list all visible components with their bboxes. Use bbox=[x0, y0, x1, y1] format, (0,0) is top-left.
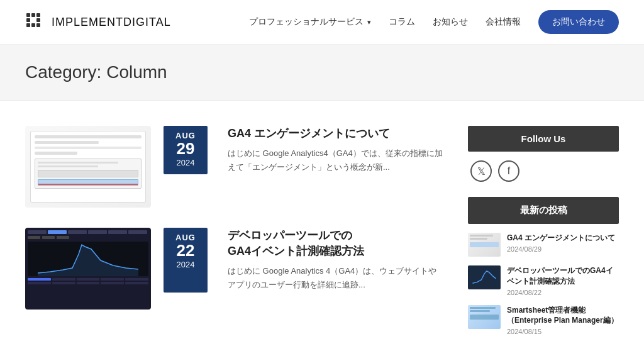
article-content-1: AUG 29 2024 GA4 エンゲージメントについて はじめに Google… bbox=[164, 126, 443, 174]
svg-rect-4 bbox=[36, 18, 40, 22]
svg-rect-7 bbox=[36, 23, 40, 27]
article-thumbnail-2 bbox=[25, 228, 151, 310]
main-nav: プロフェッショナルサービス コラム お知らせ 会社情報 お問い合わせ bbox=[249, 10, 619, 34]
article-date-badge-1: AUG 29 2024 bbox=[164, 126, 208, 174]
article-excerpt-2: はじめに Google Analytics 4（GA4）は、ウェブサイトやアプリ… bbox=[228, 264, 443, 292]
recent-thumb-2 bbox=[468, 265, 501, 289]
logo-text: IMPLEMENTDIGITAL bbox=[52, 16, 171, 29]
article-card: AUG 29 2024 GA4 エンゲージメントについて はじめに Google… bbox=[25, 126, 443, 208]
recent-post-title-2: デベロッパーツールでのGA4イベント計測確認方法 bbox=[507, 265, 619, 287]
svg-rect-5 bbox=[26, 23, 30, 27]
article-date-badge-2: AUG 22 2024 bbox=[164, 228, 208, 293]
logo-icon bbox=[25, 12, 45, 32]
article-title-2[interactable]: デベロッパーツールでの GA4イベント計測確認方法 bbox=[228, 228, 443, 259]
recent-post-date-2: 2024/08/22 bbox=[507, 289, 619, 296]
page-title-bar: Category: Column bbox=[0, 45, 644, 101]
logo[interactable]: IMPLEMENTDIGITAL bbox=[25, 12, 171, 32]
article-thumbnail-1 bbox=[25, 126, 151, 208]
sidebar: Follow Us 𝕏 f 最新の投稿 GA4 エンゲージメントについて 202… bbox=[468, 126, 619, 344]
twitter-icon[interactable]: 𝕏 bbox=[470, 160, 492, 182]
articles-section: AUG 29 2024 GA4 エンゲージメントについて はじめに Google… bbox=[25, 126, 443, 344]
article-card-2: AUG 22 2024 デベロッパーツールでの GA4イベント計測確認方法 はじ… bbox=[25, 228, 443, 310]
svg-marker-8 bbox=[38, 245, 138, 276]
nav-company[interactable]: 会社情報 bbox=[486, 16, 521, 28]
article-excerpt-1: はじめに Google Analytics4（GA4）では、従来の指標に加えて「… bbox=[228, 147, 443, 174]
contact-button[interactable]: お問い合わせ bbox=[538, 10, 619, 34]
nav-news[interactable]: お知らせ bbox=[433, 16, 468, 28]
recent-post-1[interactable]: GA4 エンゲージメントについて 2024/08/29 bbox=[468, 233, 619, 257]
svg-rect-1 bbox=[31, 13, 35, 17]
svg-rect-6 bbox=[31, 23, 35, 27]
article-content-2: AUG 22 2024 デベロッパーツールでの GA4イベント計測確認方法 はじ… bbox=[164, 228, 443, 293]
recent-post-title-1: GA4 エンゲージメントについて bbox=[507, 233, 619, 243]
main-content: AUG 29 2024 GA4 エンゲージメントについて はじめに Google… bbox=[0, 101, 644, 346]
page-title: Category: Column bbox=[25, 62, 619, 82]
facebook-icon[interactable]: f bbox=[498, 160, 519, 182]
article-text-1: GA4 エンゲージメントについて はじめに Google Analytics4（… bbox=[228, 126, 443, 174]
sidebar-recent-header: 最新の投稿 bbox=[468, 197, 619, 224]
recent-post-3[interactable]: Smartsheet管理者機能（Enterprise Plan Manager編… bbox=[468, 305, 619, 336]
article-text-2: デベロッパーツールでの GA4イベント計測確認方法 はじめに Google An… bbox=[228, 228, 443, 293]
recent-post-title-3: Smartsheet管理者機能（Enterprise Plan Manager編… bbox=[507, 305, 619, 326]
article-title-1[interactable]: GA4 エンゲージメントについて bbox=[228, 126, 443, 142]
recent-post-date-3: 2024/08/15 bbox=[507, 328, 619, 335]
recent-thumb-1 bbox=[468, 233, 501, 257]
recent-post-date-1: 2024/08/29 bbox=[507, 245, 619, 253]
recent-info-1: GA4 エンゲージメントについて 2024/08/29 bbox=[507, 233, 619, 253]
recent-thumb-3 bbox=[468, 305, 501, 329]
sidebar-social-icons: 𝕏 f bbox=[468, 160, 619, 182]
recent-info-3: Smartsheet管理者機能（Enterprise Plan Manager編… bbox=[507, 305, 619, 336]
svg-rect-0 bbox=[26, 13, 30, 17]
recent-post-2[interactable]: デベロッパーツールでのGA4イベント計測確認方法 2024/08/22 bbox=[468, 265, 619, 296]
sidebar-follow-header: Follow Us bbox=[468, 126, 619, 152]
nav-services[interactable]: プロフェッショナルサービス bbox=[249, 16, 371, 28]
svg-rect-3 bbox=[26, 18, 30, 22]
recent-info-2: デベロッパーツールでのGA4イベント計測確認方法 2024/08/22 bbox=[507, 265, 619, 296]
header: IMPLEMENTDIGITAL プロフェッショナルサービス コラム お知らせ … bbox=[0, 0, 644, 45]
svg-rect-2 bbox=[36, 13, 40, 17]
nav-column[interactable]: コラム bbox=[389, 16, 415, 28]
